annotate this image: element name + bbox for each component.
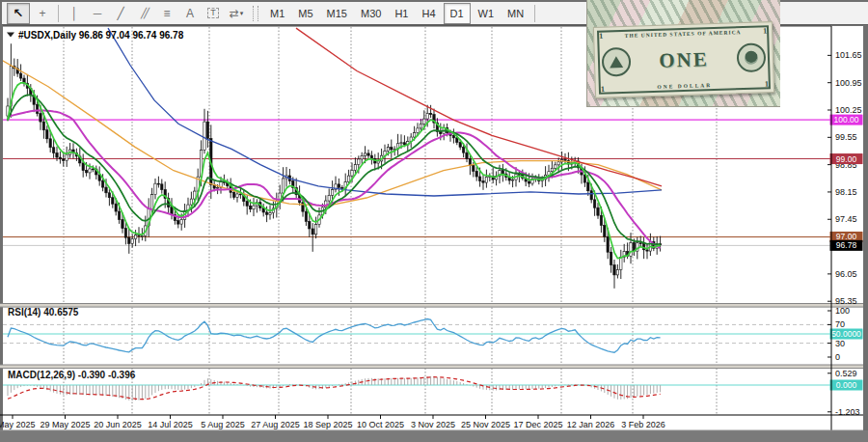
svg-text:70: 70 [835, 319, 845, 329]
svg-text:0.529: 0.529 [835, 369, 857, 378]
timeframe-group: M1M5M15M30H1H4D1W1MN [263, 3, 530, 24]
drawing-tools-group: ↖+│─╱╱╱≡AT⇄▾ [6, 3, 248, 24]
svg-text:27 Aug 2025: 27 Aug 2025 [251, 420, 300, 429]
trendline-icon: ╱ [117, 8, 123, 19]
timeframe-W1-button[interactable]: W1 [473, 4, 501, 23]
svg-text:100.95: 100.95 [835, 78, 862, 88]
svg-text:7 May 2025: 7 May 2025 [0, 420, 36, 429]
svg-text:17 Dec 2025: 17 Dec 2025 [513, 420, 562, 429]
svg-text:100.25: 100.25 [835, 105, 862, 115]
horizontal-line-icon: ─ [94, 8, 102, 19]
tool-horizontal-line-button[interactable]: ─ [87, 4, 108, 23]
arrows-icon: ⇄ [230, 8, 239, 19]
crosshair-icon: + [39, 8, 45, 19]
svg-text:95.35: 95.35 [835, 296, 857, 306]
tool-crosshair-button[interactable]: + [32, 4, 53, 23]
timeframe-H1-button[interactable]: H1 [389, 4, 414, 23]
svg-text:5 Aug 2025: 5 Aug 2025 [201, 420, 245, 429]
tool-text-label-button[interactable]: T [203, 4, 224, 23]
timeframe-M15-button[interactable]: M15 [321, 4, 353, 23]
tool-cursor-button[interactable]: ↖ [7, 3, 30, 24]
svg-text:25 Nov 2025: 25 Nov 2025 [461, 420, 510, 429]
bill-bottom-text: ONE DOLLAR [657, 82, 712, 90]
macd-label: MACD(12,26,9) -0.390 -0.396 [8, 370, 136, 380]
svg-text:96.78: 96.78 [836, 240, 857, 250]
eagle-seal-icon [736, 42, 766, 72]
dollar-bill-photo: THE UNITED STATES OF AMERICA ONE ONE DOL… [586, 0, 780, 107]
svg-text:101.65: 101.65 [835, 50, 862, 60]
svg-text:99.55: 99.55 [835, 132, 857, 142]
timeframe-MN-button[interactable]: MN [502, 4, 529, 23]
svg-text:30: 30 [835, 339, 845, 348]
svg-text:100: 100 [835, 306, 850, 316]
equidistant-channel-icon: ╱╱ [141, 9, 147, 18]
svg-text:99.00: 99.00 [836, 154, 857, 164]
dropdown-caret-icon: ▾ [240, 10, 244, 16]
svg-text:18 Sep 2025: 18 Sep 2025 [303, 420, 352, 429]
timeframe-M5-button[interactable]: M5 [292, 4, 318, 23]
toolbar-separator [534, 5, 535, 22]
terminal-window: { "toolbar": { "tools": [ {"name":"curso… [0, 0, 868, 442]
timeframe-M1-button[interactable]: M1 [264, 4, 290, 23]
svg-text:14 Jul 2025: 14 Jul 2025 [148, 420, 193, 429]
svg-text:96.05: 96.05 [835, 269, 857, 279]
timeframe-D1-button[interactable]: D1 [444, 3, 471, 24]
timeframe-M30-button[interactable]: M30 [355, 4, 387, 23]
pyramid-seal-icon [602, 47, 632, 77]
toolbar-grip[interactable] [253, 6, 258, 21]
toolbar-separator [58, 5, 59, 22]
svg-text:0.000: 0.000 [836, 380, 857, 390]
text-label-icon: T [207, 8, 219, 18]
one-dollar-bill: THE UNITED STATES OF AMERICA ONE ONE DOL… [593, 21, 774, 98]
tool-trendline-button[interactable]: ╱ [110, 4, 131, 23]
tool-vertical-line-button[interactable]: │ [64, 4, 85, 23]
tool-text-button[interactable]: A [179, 4, 201, 23]
svg-text:98.15: 98.15 [835, 187, 857, 197]
panel-separator[interactable] [0, 365, 863, 369]
cursor-icon: ↖ [14, 7, 24, 19]
svg-text:97.45: 97.45 [835, 214, 857, 224]
svg-text:12 Jan 2026: 12 Jan 2026 [567, 420, 615, 429]
svg-text:20 Jun 2025: 20 Jun 2025 [94, 420, 142, 429]
svg-text:0: 0 [835, 352, 840, 362]
text-icon: A [186, 8, 194, 19]
svg-text:29 May 2025: 29 May 2025 [40, 420, 90, 429]
tool-fibonacci-button[interactable]: ≡ [156, 4, 177, 23]
tool-arrows-button[interactable]: ⇄▾ [226, 4, 247, 23]
tool-equidistant-channel-button[interactable]: ╱╱ [133, 4, 154, 23]
bill-one-text: ONE [659, 47, 709, 73]
chart-title: #USDX,Daily 96.86 97.04 96.74 96.78 [18, 30, 184, 41]
svg-text:10 Oct 2025: 10 Oct 2025 [357, 420, 404, 429]
svg-text:3 Feb 2026: 3 Feb 2026 [621, 420, 665, 429]
svg-text:3 Nov 2025: 3 Nov 2025 [411, 420, 455, 429]
fibonacci-icon: ≡ [163, 8, 170, 19]
svg-text:50.0000: 50.0000 [831, 329, 861, 339]
vertical-line-icon: │ [70, 8, 78, 19]
window-bottom-strip [0, 430, 868, 442]
timeframe-H4-button[interactable]: H4 [416, 4, 441, 23]
panel-separator[interactable] [0, 304, 863, 308]
svg-text:100.00: 100.00 [834, 115, 859, 124]
rsi-label: RSI(14) 40.6575 [8, 307, 79, 318]
